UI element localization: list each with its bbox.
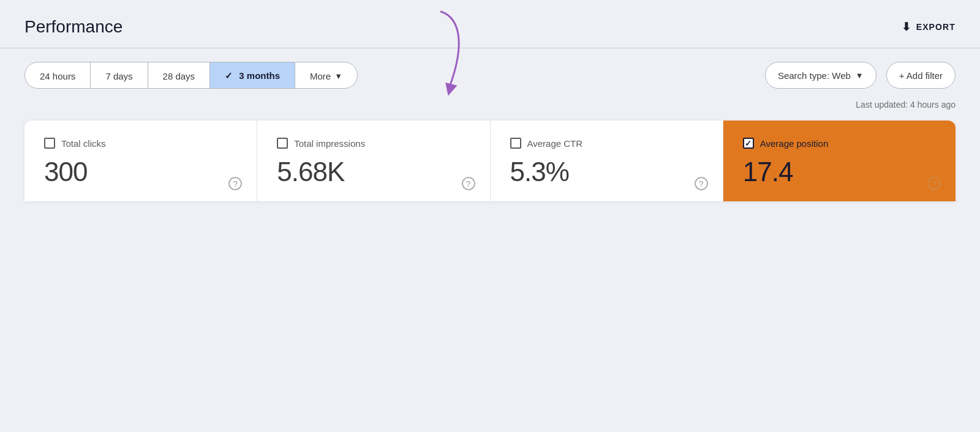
checkbox-average-position[interactable] [743,138,754,149]
time-btn-7d[interactable]: 7 days [91,62,148,89]
metric-header-ctr: Average CTR [510,138,703,149]
time-btn-3m[interactable]: ✓ 3 months [210,62,295,89]
metric-label-ctr: Average CTR [527,138,583,149]
checkbox-average-ctr[interactable] [510,138,521,149]
metric-card-total-clicks: Total clicks 300 ? [24,121,257,201]
checkbox-total-clicks[interactable] [44,138,55,149]
search-type-button[interactable]: Search type: Web ▼ [765,62,876,89]
metric-card-average-ctr: Average CTR 5.3% ? [491,121,723,201]
metric-label-impressions: Total impressions [294,138,365,149]
checkmark-icon: ✓ [225,70,233,81]
metric-value-impressions: 5.68K [277,157,470,187]
metric-card-average-position: Average position 17.4 ? [723,121,956,201]
export-label: EXPORT [916,22,956,32]
help-icon-impressions[interactable]: ? [462,177,475,190]
metric-value-ctr: 5.3% [510,157,703,187]
filters-section: 24 hours 7 days 28 days ✓ 3 months More … [0,48,980,100]
metric-label-clicks: Total clicks [61,138,106,149]
help-icon-clicks[interactable]: ? [228,177,242,190]
help-icon-position[interactable]: ? [927,177,941,190]
chevron-down-icon: ▼ [856,71,864,80]
last-updated-text: Last updated: 4 hours ago [856,100,956,110]
filters-row: 24 hours 7 days 28 days ✓ 3 months More … [0,48,980,100]
metric-value-clicks: 300 [44,157,237,187]
time-btn-more[interactable]: More ▼ [295,62,357,89]
page: Performance ⬇ EXPORT 24 hours [0,0,980,432]
page-title: Performance [24,17,123,37]
chevron-down-icon: ▼ [334,72,342,81]
metric-header-position: Average position [743,138,936,149]
time-btn-24h[interactable]: 24 hours [25,62,91,89]
add-filter-button[interactable]: + Add filter [886,62,956,89]
metric-header-clicks: Total clicks [44,138,237,149]
last-updated-row: Last updated: 4 hours ago [0,100,980,121]
time-filter-group: 24 hours 7 days 28 days ✓ 3 months More … [24,62,358,89]
metric-header-impressions: Total impressions [277,138,470,149]
metric-value-position: 17.4 [743,157,936,187]
header: Performance ⬇ EXPORT [0,0,980,48]
metric-label-position: Average position [760,138,828,149]
export-button[interactable]: ⬇ EXPORT [902,20,956,34]
right-filters: Search type: Web ▼ + Add filter [765,62,956,89]
metric-card-total-impressions: Total impressions 5.68K ? [257,121,490,201]
checkbox-total-impressions[interactable] [277,138,288,149]
metrics-row: Total clicks 300 ? Total impressions 5.6… [24,121,956,201]
time-btn-28d[interactable]: 28 days [148,62,211,89]
export-icon: ⬇ [902,20,911,34]
help-icon-ctr[interactable]: ? [695,177,708,190]
